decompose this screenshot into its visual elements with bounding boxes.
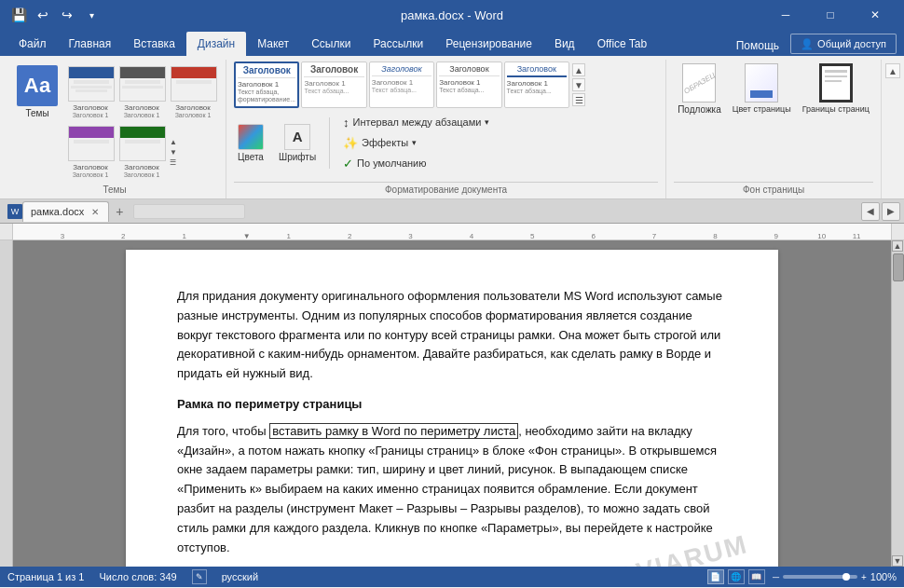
- themes-scroll[interactable]: ▲ ▼ ☰: [168, 123, 179, 181]
- theme-item-1[interactable]: Заголовок Заголовок 1: [65, 63, 116, 121]
- zoom-thumb: [842, 573, 850, 581]
- paragraph-spacing-button[interactable]: ↕ Интервал между абзацами ▾: [339, 114, 493, 131]
- style-scroll-up[interactable]: ▲: [572, 63, 585, 76]
- undo-button[interactable]: ↩: [32, 4, 54, 26]
- theme-preview-4: [68, 126, 115, 161]
- para2-link: вставить рамку в Word по периметру листа: [269, 423, 518, 439]
- scroll-up-btn[interactable]: ▲: [892, 240, 903, 252]
- spacing-dropdown-icon: ▾: [485, 117, 489, 127]
- fonts-button[interactable]: A Шрифты: [275, 122, 320, 164]
- themes-group-label: Темы: [11, 183, 218, 198]
- spacing-icon: ↕: [343, 116, 349, 130]
- scroll-down-btn[interactable]: ▼: [892, 555, 903, 567]
- themes-group: Аа Темы Заголовок Заголовок 1: [4, 60, 226, 198]
- page-color-icon: [745, 63, 778, 103]
- status-bar: Страница 1 из 1 Число слов: 349 ✎ русски…: [0, 567, 904, 587]
- share-button[interactable]: 👤 Общий доступ: [790, 34, 897, 54]
- tab-nav-right[interactable]: ▶: [882, 202, 900, 221]
- right-scrollbar[interactable]: ▲ ▼: [891, 240, 904, 567]
- theme-item-2[interactable]: Заголовок Заголовок 1: [116, 63, 167, 121]
- theme-3-sublabel: Заголовок 1: [171, 112, 215, 118]
- doc-format-group-label: Форматирование документа: [234, 182, 658, 198]
- edit-mode-icon[interactable]: ✎: [192, 569, 207, 584]
- effects-dropdown-icon: ▾: [412, 138, 417, 147]
- language: русский: [222, 571, 258, 582]
- redo-button[interactable]: ↪: [56, 4, 78, 26]
- zoom-slider[interactable]: [783, 575, 857, 579]
- doc-area: SOVIARUM Для придания документу оригинал…: [0, 240, 904, 567]
- style-normal[interactable]: Заголовок Заголовок 1 Текст абзаца, форм…: [234, 62, 299, 108]
- quick-access-more-button[interactable]: ▾: [80, 4, 103, 26]
- close-button[interactable]: ✕: [854, 0, 897, 30]
- theme-4-label: Заголовок: [68, 163, 113, 171]
- themes-icon: Аа: [17, 65, 58, 106]
- theme-item-3[interactable]: Заголовок Заголовок 1: [168, 63, 218, 121]
- tab-layout[interactable]: Макет: [246, 32, 300, 56]
- new-tab-button[interactable]: +: [109, 201, 130, 222]
- title-bar: 💾 ↩ ↪ ▾ рамка.docx - Word ─ □ ✕: [0, 0, 904, 30]
- colors-button[interactable]: Цвета: [234, 122, 267, 164]
- page-bg-group: ОБРАЗЕЦ Подложка Цвет страницы Границы с…: [666, 60, 882, 198]
- style-heading2[interactable]: Заголовок Заголовок 1 Текст абзаца...: [369, 62, 434, 108]
- tab-review[interactable]: Рецензирование: [434, 32, 543, 56]
- watermark-icon: ОБРАЗЕЦ: [682, 63, 716, 103]
- title-bar-left: 💾 ↩ ↪ ▾: [7, 4, 103, 26]
- theme-1-label: Заголовок: [68, 103, 113, 112]
- page-borders-button[interactable]: Границы страниц: [799, 62, 873, 116]
- save-button[interactable]: 💾: [7, 4, 30, 26]
- tab-office-tab[interactable]: Office Tab: [586, 32, 659, 56]
- themes-button[interactable]: Аа Темы: [11, 62, 63, 122]
- style-more[interactable]: ☰: [572, 93, 585, 106]
- paragraph-2: Для того, чтобы вставить рамку в Word по…: [177, 422, 727, 558]
- ribbon-collapse[interactable]: ▲: [882, 60, 904, 198]
- theme-item-5[interactable]: Заголовок Заголовок 1: [116, 123, 167, 181]
- tab-mailings[interactable]: Рассылки: [362, 32, 434, 56]
- style-scroll-down[interactable]: ▼: [572, 78, 585, 91]
- theme-item-4[interactable]: Заголовок Заголовок 1: [65, 123, 116, 181]
- style-heading3[interactable]: Заголовок Заголовок 1 Текст абзаца...: [436, 62, 501, 108]
- check-icon: ✓: [343, 157, 353, 171]
- style-heading4[interactable]: Заголовок Заголовок 1 Текст абзаца...: [504, 62, 569, 108]
- doc-format-content: Заголовок Заголовок 1 Текст абзаца, форм…: [234, 60, 658, 182]
- collapse-icon[interactable]: ▲: [885, 63, 900, 78]
- tab-nav-left[interactable]: ◀: [861, 202, 880, 221]
- zoom-in-btn[interactable]: +: [861, 572, 867, 582]
- scroll-thumb[interactable]: [893, 253, 904, 281]
- spacing-label: Интервал между абзацами: [353, 116, 482, 128]
- scroll-down-icon: ▼: [170, 148, 179, 157]
- read-mode-btn[interactable]: 📖: [748, 569, 765, 584]
- set-default-button[interactable]: ✓ По умолчанию: [339, 155, 493, 172]
- page: SOVIARUM Для придания документу оригинал…: [126, 250, 778, 567]
- ruler-right: [891, 224, 904, 239]
- tab-references[interactable]: Ссылки: [300, 32, 362, 56]
- ribbon-tab-bar: Файл Главная Вставка Дизайн Макет Ссылки…: [0, 30, 904, 56]
- minimize-button[interactable]: ─: [764, 0, 807, 30]
- watermark-button[interactable]: ОБРАЗЕЦ Подложка: [674, 62, 725, 116]
- zoom-out-btn[interactable]: ─: [773, 572, 779, 582]
- theme-4-sublabel: Заголовок 1: [68, 171, 113, 178]
- doc-icon: W: [4, 204, 22, 219]
- tab-file[interactable]: Файл: [7, 32, 58, 56]
- person-icon: 👤: [801, 38, 814, 50]
- page-color-button[interactable]: Цвет страницы: [729, 62, 795, 116]
- zoom-controls: ─ + 100%: [773, 571, 897, 582]
- page-bg-content: ОБРАЗЕЦ Подложка Цвет страницы Границы с…: [674, 60, 873, 182]
- tab-home[interactable]: Главная: [58, 32, 123, 56]
- effects-button[interactable]: ✨ Эффекты ▾: [339, 134, 493, 152]
- doc-tab-close[interactable]: ✕: [91, 207, 99, 217]
- doc-tab-ramka[interactable]: рамка.docx ✕: [22, 201, 109, 222]
- doc-tab-bar: W рамка.docx ✕ + ◀ ▶: [0, 199, 904, 224]
- help-tab[interactable]: Помощь: [729, 35, 787, 56]
- web-layout-btn[interactable]: 🌐: [728, 569, 745, 584]
- scroll-more-icon: ☰: [170, 158, 179, 167]
- quick-access-toolbar: 💾 ↩ ↪ ▾: [7, 4, 103, 26]
- tab-insert[interactable]: Вставка: [122, 32, 186, 56]
- page-borders-icon: [819, 63, 853, 103]
- tab-view[interactable]: Вид: [543, 32, 586, 56]
- ruler-left: [0, 224, 13, 239]
- print-layout-btn[interactable]: 📄: [707, 569, 724, 584]
- maximize-button[interactable]: □: [809, 0, 852, 30]
- para2-end: , необходимо зайти на вкладку «Дизайн», …: [177, 424, 717, 554]
- style-heading1[interactable]: Заголовок Заголовок 1 Текст абзаца...: [301, 62, 366, 108]
- tab-design[interactable]: Дизайн: [186, 32, 246, 56]
